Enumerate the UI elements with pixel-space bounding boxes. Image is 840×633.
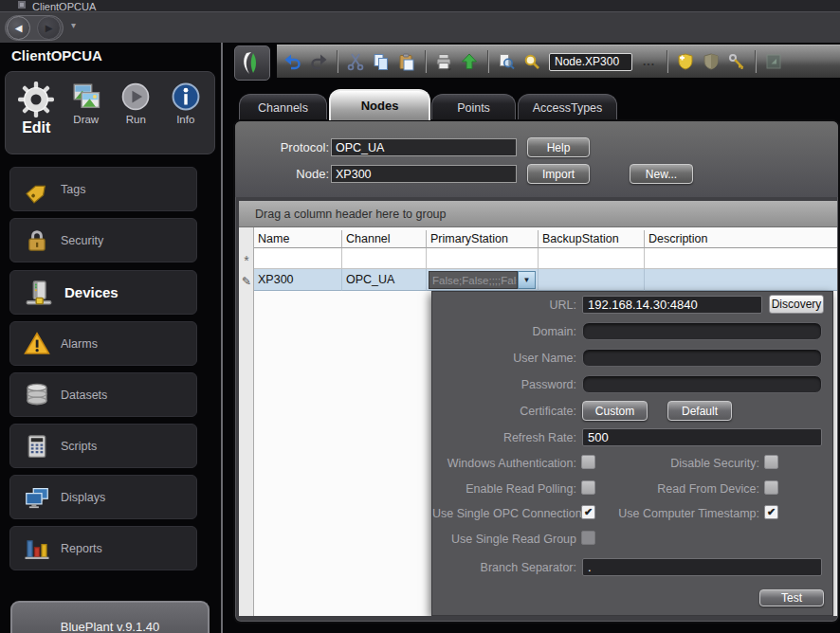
use-computer-timestamp-checkbox[interactable]: ✔ xyxy=(764,505,778,519)
help-button[interactable]: Help xyxy=(527,137,590,157)
column-header-primarystation[interactable]: PrimaryStation xyxy=(426,230,538,248)
password-input[interactable] xyxy=(582,375,822,393)
toolbar-separator xyxy=(425,50,426,73)
paste-button[interactable] xyxy=(395,50,418,73)
toolbar-separator xyxy=(667,50,667,73)
primarystation-dropdown-value[interactable]: False;False;;;;False; xyxy=(429,271,518,289)
database-icon xyxy=(23,381,51,409)
certificate-custom-button[interactable]: Custom xyxy=(582,401,648,421)
forward-button[interactable]: ▶ xyxy=(37,16,61,40)
discovery-button[interactable]: Discovery xyxy=(769,295,824,314)
main-toolbar: ... xyxy=(277,45,840,78)
add-permission-button[interactable] xyxy=(674,50,697,73)
copy-button[interactable] xyxy=(370,50,393,73)
sidebar-item-scripts[interactable]: Scripts xyxy=(9,424,197,468)
sidebar-item-datasets[interactable]: Datasets xyxy=(9,372,197,417)
tab-label: Channels xyxy=(258,101,308,115)
bar-chart-icon xyxy=(23,534,51,563)
app-icon xyxy=(17,0,27,9)
toolbar-separator xyxy=(337,50,338,73)
disable-security-checkbox[interactable] xyxy=(764,455,778,469)
grid-cell-description[interactable] xyxy=(644,269,837,291)
mode-run-button[interactable]: Run xyxy=(115,81,157,125)
node-input[interactable] xyxy=(331,165,517,183)
selected-object-input[interactable] xyxy=(549,53,632,71)
launch-swoosh-button[interactable] xyxy=(234,45,270,81)
toolbar-separator xyxy=(755,50,756,73)
certificate-default-button[interactable]: Default xyxy=(667,401,732,421)
mode-draw-button[interactable]: Draw xyxy=(65,81,108,125)
undo-icon xyxy=(283,52,302,71)
version-badge: BluePlant v.9.1.40 xyxy=(10,601,210,633)
history-dropdown-icon[interactable]: ▾ xyxy=(71,20,76,30)
tab-points[interactable]: Points xyxy=(431,94,516,120)
grid-cell-backupstation[interactable] xyxy=(538,248,644,269)
window-arrow-icon xyxy=(764,52,783,71)
grid-cell-channel[interactable]: OPC_UA xyxy=(341,269,426,291)
username-input[interactable] xyxy=(582,349,822,367)
find-button[interactable] xyxy=(520,50,543,73)
column-header-backupstation[interactable]: BackupStation xyxy=(538,230,644,248)
test-button[interactable]: Test xyxy=(759,589,824,606)
read-from-device-checkbox[interactable] xyxy=(764,480,778,495)
redo-icon xyxy=(309,52,328,71)
mode-edit-label: Edit xyxy=(22,119,50,136)
tab-channels[interactable]: Channels xyxy=(239,94,327,120)
browse-objects-button[interactable]: ... xyxy=(638,55,660,68)
tab-nodes[interactable]: Nodes xyxy=(329,89,430,120)
grid-cell-name[interactable] xyxy=(254,248,341,269)
gear-icon xyxy=(17,81,55,118)
column-header-name[interactable]: Name xyxy=(254,230,341,248)
grid-cell-primarystation[interactable] xyxy=(426,248,538,269)
windows-authentication-checkbox[interactable] xyxy=(581,455,595,469)
security-keys-button[interactable] xyxy=(725,50,748,73)
mode-info-button[interactable]: Info xyxy=(165,81,208,125)
new-button[interactable]: New... xyxy=(630,164,693,184)
sidebar-item-tags[interactable]: Tags xyxy=(9,167,197,211)
redo-button[interactable] xyxy=(307,50,330,73)
cut-button[interactable] xyxy=(344,50,367,73)
mode-info-label: Info xyxy=(176,114,194,125)
sidebar-item-alarms[interactable]: Alarms xyxy=(9,321,197,366)
sidebar-item-devices[interactable]: Devices xyxy=(9,270,197,315)
copy-icon xyxy=(372,52,391,71)
publish-button[interactable] xyxy=(458,50,481,73)
tab-accesstypes[interactable]: AccessTypes xyxy=(518,94,617,120)
swoosh-icon xyxy=(239,49,265,78)
enable-read-polling-checkbox[interactable] xyxy=(581,480,595,495)
enable-read-polling-label: Enable Read Polling: xyxy=(432,480,576,498)
import-button[interactable]: Import xyxy=(527,164,590,184)
back-button[interactable]: ◀ xyxy=(7,16,30,40)
primarystation-dropdown-button[interactable]: ▼ xyxy=(518,271,536,289)
protocol-input[interactable] xyxy=(331,138,517,156)
print-button[interactable] xyxy=(432,50,455,73)
column-header-channel[interactable]: Channel xyxy=(341,230,426,248)
grid-group-area[interactable]: Drag a column header here to group xyxy=(239,201,837,227)
permissions-button[interactable] xyxy=(700,50,722,73)
certificate-label: Certificate: xyxy=(432,403,576,421)
grid-cell-channel[interactable] xyxy=(341,248,426,269)
sidebar-item-reports[interactable]: Reports xyxy=(9,526,197,570)
mode-edit-button[interactable]: Edit xyxy=(15,81,58,136)
grid-cell-name[interactable]: XP300 xyxy=(254,269,341,291)
sidebar-item-security[interactable]: Security xyxy=(9,218,197,262)
domain-input[interactable] xyxy=(582,322,822,340)
grid-cell-backupstation[interactable] xyxy=(538,269,644,291)
refresh-rate-input[interactable] xyxy=(582,428,822,446)
use-single-read-group-checkbox[interactable] xyxy=(581,531,595,545)
tab-label: Points xyxy=(457,101,490,115)
sidebar-item-displays[interactable]: Displays xyxy=(9,475,197,519)
import-window-button[interactable] xyxy=(762,50,785,73)
grid-cell-description[interactable] xyxy=(644,248,837,269)
domain-label: Domain: xyxy=(432,323,576,341)
use-single-opc-connection-checkbox[interactable]: ✔ xyxy=(581,505,595,519)
play-icon xyxy=(119,81,152,113)
column-header-description[interactable]: Description xyxy=(644,230,837,248)
preview-button[interactable] xyxy=(495,50,518,73)
window-titlebar: ClientOPCUA xyxy=(0,0,840,11)
branch-separator-input[interactable] xyxy=(582,558,822,576)
undo-button[interactable] xyxy=(282,50,304,73)
url-input[interactable] xyxy=(582,296,762,314)
navigation-strip xyxy=(0,11,840,43)
info-icon xyxy=(170,81,202,113)
